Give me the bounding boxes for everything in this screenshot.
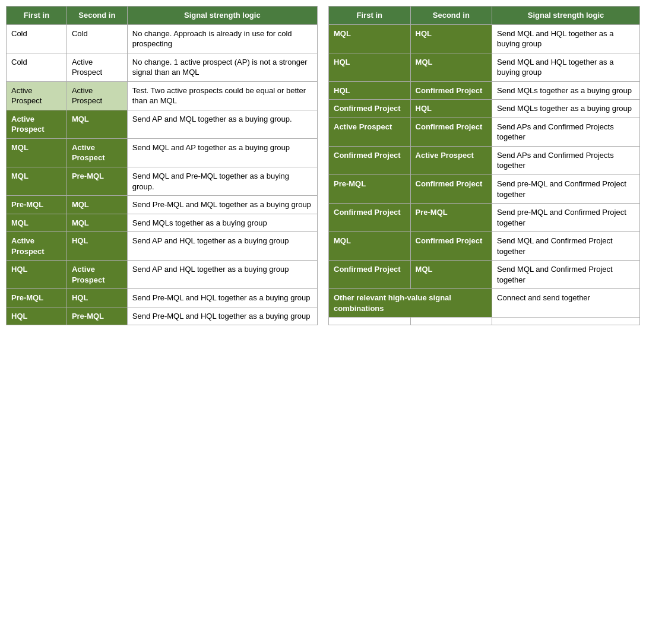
right-3-cell-second: HQL bbox=[410, 100, 492, 118]
left-7-cell-logic: Send MQLs together as a buying group bbox=[127, 214, 317, 232]
left-table-row: Active ProspectHQLSend AP and HQL togeth… bbox=[7, 232, 318, 261]
right-table-row: HQLMQLSend MQL and HQL together as a buy… bbox=[329, 53, 640, 81]
right-5-cell-first: Confirmed Project bbox=[329, 146, 411, 175]
right-table-row: MQLHQLSend MQL and HQL together as a buy… bbox=[329, 24, 640, 53]
left-11-cell-logic: Send Pre-MQL and HQL together as a buyin… bbox=[127, 307, 317, 325]
right-0-cell-second: HQL bbox=[410, 24, 492, 53]
right-table-row: Pre-MQLConfirmed ProjectSend pre-MQL and… bbox=[329, 175, 640, 204]
right-11-cell-empty-1 bbox=[329, 318, 411, 325]
right-2-cell-first: HQL bbox=[329, 81, 411, 100]
right-9-cell-first: Confirmed Project bbox=[329, 261, 411, 289]
right-table-row bbox=[329, 318, 640, 325]
right-table: First in Second in Signal strength logic… bbox=[328, 6, 640, 325]
right-7-cell-logic: Send pre-MQL and Confirmed Project toget… bbox=[492, 204, 640, 232]
left-4-cell-second: Active Prospect bbox=[66, 138, 127, 167]
right-1-cell-second: MQL bbox=[410, 53, 492, 81]
left-9-cell-second: Active Prospect bbox=[66, 261, 127, 289]
left-10-cell-logic: Send Pre-MQL and HQL together as a buyin… bbox=[127, 289, 317, 307]
left-1-cell-logic: No change. 1 active prospect (AP) is not… bbox=[127, 53, 317, 81]
right-6-cell-second: Confirmed Project bbox=[410, 175, 492, 204]
right-6-cell-logic: Send pre-MQL and Confirmed Project toget… bbox=[492, 175, 640, 204]
left-2-cell-second: Active Prospect bbox=[66, 81, 127, 110]
right-3-cell-logic: Send MQLs together as a buying group bbox=[492, 100, 640, 118]
left-4-cell-first: MQL bbox=[7, 138, 67, 167]
right-7-cell-second: Pre-MQL bbox=[410, 204, 492, 232]
right-10-cell-logic: Connect and send together bbox=[492, 289, 640, 318]
left-10-cell-first: Pre-MQL bbox=[7, 289, 67, 307]
right-table-row: Confirmed ProjectMQLSend MQL and Confirm… bbox=[329, 261, 640, 289]
right-11-cell-empty-3 bbox=[492, 318, 640, 325]
right-8-cell-second: Confirmed Project bbox=[410, 232, 492, 261]
tables-wrapper: First in Second in Signal strength logic… bbox=[6, 6, 640, 325]
right-table-row: Other relevant high-value signal combina… bbox=[329, 289, 640, 318]
left-table-row: Pre-MQLHQLSend Pre-MQL and HQL together … bbox=[7, 289, 318, 307]
right-8-cell-logic: Send MQL and Confirmed Project together bbox=[492, 232, 640, 261]
left-8-cell-second: HQL bbox=[66, 232, 127, 261]
right-5-cell-logic: Send APs and Confirmed Projects together bbox=[492, 146, 640, 175]
left-7-cell-first: MQL bbox=[7, 214, 67, 232]
left-table-row: ColdActive ProspectNo change. 1 active p… bbox=[7, 53, 318, 81]
left-8-cell-first: Active Prospect bbox=[7, 232, 67, 261]
left-9-cell-first: HQL bbox=[7, 261, 67, 289]
left-6-cell-logic: Send Pre-MQL and MQL together as a buyin… bbox=[127, 196, 317, 214]
right-4-cell-logic: Send APs and Confirmed Projects together bbox=[492, 118, 640, 146]
right-4-cell-first: Active Prospect bbox=[329, 118, 411, 146]
right-header-second: Second in bbox=[410, 7, 492, 25]
right-table-row: Active ProspectConfirmed ProjectSend APs… bbox=[329, 118, 640, 146]
right-2-cell-second: Confirmed Project bbox=[410, 81, 492, 100]
left-3-cell-logic: Send AP and MQL together as a buying gro… bbox=[127, 110, 317, 138]
right-7-cell-first: Confirmed Project bbox=[329, 204, 411, 232]
left-table-row: HQLActive ProspectSend AP and HQL togeth… bbox=[7, 261, 318, 289]
right-table-row: Confirmed ProjectPre-MQLSend pre-MQL and… bbox=[329, 204, 640, 232]
left-4-cell-logic: Send MQL and AP together as a buying gro… bbox=[127, 138, 317, 167]
left-table: First in Second in Signal strength logic… bbox=[6, 6, 318, 325]
left-2-cell-first: Active Prospect bbox=[7, 81, 67, 110]
right-0-cell-logic: Send MQL and HQL together as a buying gr… bbox=[492, 24, 640, 53]
right-table-row: Confirmed ProjectActive ProspectSend APs… bbox=[329, 146, 640, 175]
right-table-row: HQLConfirmed ProjectSend MQLs together a… bbox=[329, 81, 640, 100]
left-1-cell-second: Active Prospect bbox=[66, 53, 127, 81]
right-10-cell-highlight: Other relevant high-value signal combina… bbox=[329, 289, 492, 318]
left-table-row: MQLPre-MQLSend MQL and Pre-MQL together … bbox=[7, 167, 318, 196]
left-8-cell-logic: Send AP and HQL together as a buying gro… bbox=[127, 232, 317, 261]
right-9-cell-second: MQL bbox=[410, 261, 492, 289]
left-3-cell-first: Active Prospect bbox=[7, 110, 67, 138]
left-table-row: HQLPre-MQLSend Pre-MQL and HQL together … bbox=[7, 307, 318, 325]
right-header-logic: Signal strength logic bbox=[492, 7, 640, 25]
left-5-cell-first: MQL bbox=[7, 167, 67, 196]
left-header-first: First in bbox=[7, 7, 67, 25]
left-3-cell-second: MQL bbox=[66, 110, 127, 138]
right-1-cell-logic: Send MQL and HQL together as a buying gr… bbox=[492, 53, 640, 81]
right-table-row: Confirmed ProjectHQLSend MQLs together a… bbox=[329, 100, 640, 118]
left-6-cell-second: MQL bbox=[66, 196, 127, 214]
left-9-cell-logic: Send AP and HQL together as a buying gro… bbox=[127, 261, 317, 289]
left-5-cell-logic: Send MQL and Pre-MQL together as a buyin… bbox=[127, 167, 317, 196]
left-11-cell-first: HQL bbox=[7, 307, 67, 325]
left-2-cell-logic: Test. Two active prospects could be equa… bbox=[127, 81, 317, 110]
right-11-cell-empty-2 bbox=[410, 318, 492, 325]
right-0-cell-first: MQL bbox=[329, 24, 411, 53]
left-header-second: Second in bbox=[66, 7, 127, 25]
left-10-cell-second: HQL bbox=[66, 289, 127, 307]
left-table-row: Pre-MQLMQLSend Pre-MQL and MQL together … bbox=[7, 196, 318, 214]
right-3-cell-first: Confirmed Project bbox=[329, 100, 411, 118]
left-11-cell-second: Pre-MQL bbox=[66, 307, 127, 325]
left-table-row: Active ProspectActive ProspectTest. Two … bbox=[7, 81, 318, 110]
left-1-cell-first: Cold bbox=[7, 53, 67, 81]
left-6-cell-first: Pre-MQL bbox=[7, 196, 67, 214]
right-6-cell-first: Pre-MQL bbox=[329, 175, 411, 204]
right-5-cell-second: Active Prospect bbox=[410, 146, 492, 175]
left-0-cell-second: Cold bbox=[66, 24, 127, 53]
left-table-row: Active ProspectMQLSend AP and MQL togeth… bbox=[7, 110, 318, 138]
left-table-row: ColdColdNo change. Approach is already i… bbox=[7, 24, 318, 53]
left-5-cell-second: Pre-MQL bbox=[66, 167, 127, 196]
right-1-cell-first: HQL bbox=[329, 53, 411, 81]
left-0-cell-first: Cold bbox=[7, 24, 67, 53]
right-8-cell-first: MQL bbox=[329, 232, 411, 261]
right-table-row: MQLConfirmed ProjectSend MQL and Confirm… bbox=[329, 232, 640, 261]
right-4-cell-second: Confirmed Project bbox=[410, 118, 492, 146]
right-header-first: First in bbox=[329, 7, 411, 25]
left-7-cell-second: MQL bbox=[66, 214, 127, 232]
left-table-row: MQLMQLSend MQLs together as a buying gro… bbox=[7, 214, 318, 232]
right-9-cell-logic: Send MQL and Confirmed Project together bbox=[492, 261, 640, 289]
